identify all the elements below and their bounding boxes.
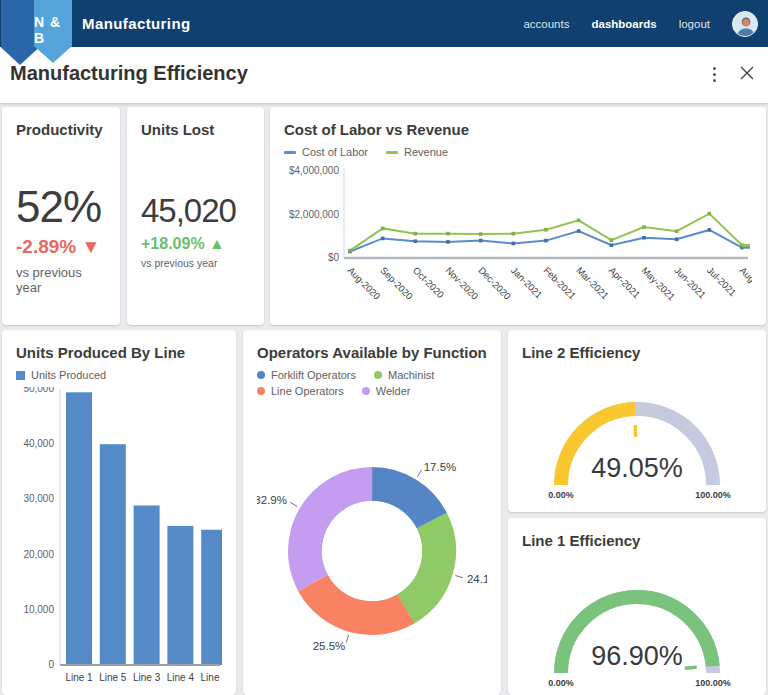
svg-text:100.00%: 100.00% bbox=[695, 490, 731, 500]
svg-text:100.00%: 100.00% bbox=[695, 678, 731, 688]
legend-item[interactable]: Machinist bbox=[374, 369, 434, 381]
legend-label: Line Operators bbox=[271, 385, 344, 397]
gauge-chart-canvas[interactable]: 49.05%0.00%100.00% bbox=[522, 373, 752, 511]
chart-card-operators: Operators Available by Function Forklift… bbox=[243, 330, 501, 695]
kpi-compare-label: vs previous year bbox=[16, 265, 106, 295]
svg-text:Mar-2021: Mar-2021 bbox=[574, 265, 611, 302]
kpi-delta: +18.09% ▲ bbox=[141, 235, 250, 253]
legend-label: Machinist bbox=[388, 369, 434, 381]
close-icon[interactable] bbox=[740, 66, 754, 84]
legend-swatch bbox=[257, 371, 265, 379]
legend-swatch bbox=[374, 371, 382, 379]
nav-link-dashboards[interactable]: dashboards bbox=[591, 18, 656, 30]
brand-name: Manufacturing bbox=[82, 0, 191, 47]
svg-text:Apr-2021: Apr-2021 bbox=[607, 265, 642, 300]
nav-links: accounts dashboards logout bbox=[523, 0, 758, 47]
svg-text:30,000: 30,000 bbox=[23, 493, 54, 504]
svg-text:$2,000,000: $2,000,000 bbox=[289, 209, 339, 220]
svg-text:Dec-2020: Dec-2020 bbox=[476, 265, 513, 302]
chart-title: Units Produced By Line bbox=[16, 344, 222, 361]
svg-text:17.5%: 17.5% bbox=[424, 461, 457, 473]
kpi-delta: -2.89% ▼ bbox=[16, 236, 106, 258]
legend-label: Units Produced bbox=[31, 369, 106, 381]
legend-item[interactable]: Cost of Labor bbox=[284, 146, 368, 158]
user-avatar[interactable] bbox=[732, 11, 758, 37]
svg-text:32.9%: 32.9% bbox=[257, 494, 287, 506]
svg-text:Feb-2021: Feb-2021 bbox=[542, 265, 579, 302]
svg-text:Sep-2020: Sep-2020 bbox=[378, 265, 415, 302]
chart-legend: Forklift OperatorsMachinistLine Operator… bbox=[257, 369, 487, 397]
legend-swatch bbox=[257, 387, 265, 395]
line-chart-canvas[interactable]: $0$2,000,000$4,000,000Aug-2020Sep-2020Oc… bbox=[284, 164, 752, 320]
svg-text:0: 0 bbox=[48, 659, 54, 670]
donut-chart-canvas[interactable]: 17.5%24.1%25.5%32.9% bbox=[257, 403, 487, 695]
kpi-value: 45,020 bbox=[141, 194, 250, 229]
kpi-title: Productivity bbox=[16, 121, 106, 138]
svg-text:Jan-2021: Jan-2021 bbox=[509, 265, 545, 301]
svg-text:Nov-2020: Nov-2020 bbox=[444, 265, 481, 302]
kpi-compare-label: vs previous year bbox=[141, 257, 250, 269]
page-header: Manufacturing Efficiency bbox=[0, 47, 768, 103]
svg-text:Line 5: Line 5 bbox=[99, 672, 127, 683]
svg-text:49.05%: 49.05% bbox=[591, 453, 683, 483]
svg-text:Aug-2021: Aug-2021 bbox=[738, 265, 752, 302]
svg-text:10,000: 10,000 bbox=[23, 604, 54, 615]
svg-text:20,000: 20,000 bbox=[23, 549, 54, 560]
kpi-title: Units Lost bbox=[141, 121, 250, 138]
svg-text:Line 3: Line 3 bbox=[133, 672, 161, 683]
legend-label: Cost of Labor bbox=[302, 146, 368, 158]
kpi-value: 52% bbox=[16, 184, 106, 230]
nav-link-accounts[interactable]: accounts bbox=[523, 18, 569, 30]
nav-link-logout[interactable]: logout bbox=[679, 18, 710, 30]
svg-text:Line 4: Line 4 bbox=[167, 672, 195, 683]
chart-title: Line 1 Efficiency bbox=[522, 532, 752, 549]
svg-text:0.00%: 0.00% bbox=[548, 490, 574, 500]
svg-text:Oct-2020: Oct-2020 bbox=[411, 265, 446, 300]
svg-text:Aug-2020: Aug-2020 bbox=[346, 265, 383, 302]
legend-item[interactable]: Forklift Operators bbox=[257, 369, 356, 381]
gauge-card-line1-efficiency: Line 1 Efficiency 96.90%0.00%100.00% bbox=[508, 518, 766, 695]
svg-text:$4,000,000: $4,000,000 bbox=[289, 165, 339, 176]
kebab-menu-icon[interactable] bbox=[709, 65, 720, 84]
page-title: Manufacturing Efficiency bbox=[10, 62, 248, 85]
legend-label: Forklift Operators bbox=[271, 369, 356, 381]
chart-title: Operators Available by Function bbox=[257, 344, 487, 361]
gauge-card-line2-efficiency: Line 2 Efficiency 49.05%0.00%100.00% bbox=[508, 330, 766, 512]
svg-text:Jul-2021: Jul-2021 bbox=[705, 265, 739, 299]
legend-swatch bbox=[16, 371, 25, 380]
svg-text:0.00%: 0.00% bbox=[548, 678, 574, 688]
legend-item[interactable]: Line Operators bbox=[257, 385, 344, 397]
gauge-chart-canvas[interactable]: 96.90%0.00%100.00% bbox=[522, 561, 752, 695]
svg-text:25.5%: 25.5% bbox=[313, 640, 346, 652]
svg-text:Jun-2021: Jun-2021 bbox=[672, 265, 708, 301]
chart-title: Line 2 Efficiency bbox=[522, 344, 752, 361]
legend-item[interactable]: Units Produced bbox=[16, 369, 106, 381]
legend-swatch bbox=[284, 151, 296, 154]
chart-legend: Units Produced bbox=[16, 369, 222, 381]
svg-text:Line 2: Line 2 bbox=[201, 672, 222, 683]
svg-text:24.1%: 24.1% bbox=[467, 573, 487, 585]
legend-item[interactable]: Revenue bbox=[386, 146, 448, 158]
svg-text:40,000: 40,000 bbox=[23, 438, 54, 449]
legend-swatch bbox=[386, 151, 398, 154]
bar-chart-canvas[interactable]: 010,00020,00030,00040,00050,000Line 1Lin… bbox=[16, 387, 222, 695]
chart-card-labor-vs-revenue: Cost of Labor vs Revenue Cost of LaborRe… bbox=[270, 107, 766, 325]
svg-text:$0: $0 bbox=[328, 252, 340, 263]
chart-title: Cost of Labor vs Revenue bbox=[284, 121, 752, 138]
svg-text:50,000: 50,000 bbox=[23, 387, 54, 394]
legend-item[interactable]: Welder bbox=[362, 385, 411, 397]
legend-swatch bbox=[362, 387, 370, 395]
svg-text:May-2021: May-2021 bbox=[640, 265, 678, 303]
kpi-card-units-lost: Units Lost 45,020 +18.09% ▲ vs previous … bbox=[127, 107, 264, 325]
svg-text:96.90%: 96.90% bbox=[591, 641, 683, 671]
top-navbar: N & B Manufacturing accounts dashboards … bbox=[0, 0, 768, 47]
chart-legend: Cost of LaborRevenue bbox=[284, 146, 752, 158]
kpi-card-productivity: Productivity 52% -2.89% ▼ vs previous ye… bbox=[2, 107, 120, 325]
legend-label: Welder bbox=[376, 385, 411, 397]
chart-card-units-by-line: Units Produced By Line Units Produced 01… bbox=[2, 330, 236, 695]
svg-text:Line 1: Line 1 bbox=[65, 672, 93, 683]
avatar-image bbox=[733, 12, 758, 37]
legend-label: Revenue bbox=[404, 146, 448, 158]
